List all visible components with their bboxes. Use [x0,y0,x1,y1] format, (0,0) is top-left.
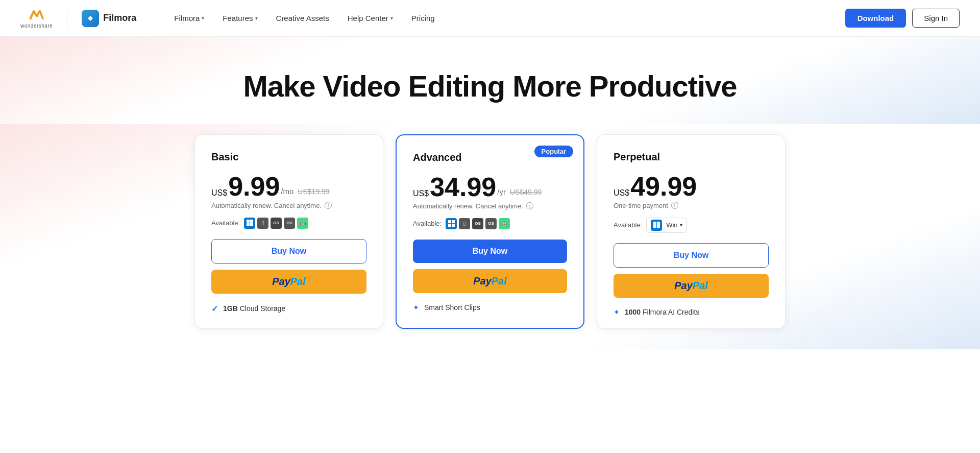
platform-mac-adv-icon:  [459,218,470,229]
feature-row-basic-cloud: ✓ 1GB Cloud Storage [211,304,366,314]
price-original-basic: US$19.99 [298,187,329,200]
brand-logo[interactable]: wondershare Filmora [20,8,136,29]
platform-win-adv-icon [446,218,457,229]
diamond-icon-advanced: ✦ [413,303,419,312]
price-currency-perpetual: US$ [614,188,629,198]
available-row-basic: Available:  OS OS 🤖 [211,218,366,229]
pricing-card-advanced: Popular Advanced US$ 34.99 /yr US$49.99 … [396,134,584,329]
popular-badge: Popular [534,146,573,157]
buy-now-button-basic[interactable]: Buy Now [211,239,366,264]
platform-ios-icon: OS [271,218,282,229]
price-note-basic: Automatically renew. Cancel anytime. i [211,202,366,209]
paypal-text-advanced: PayPal [473,275,507,287]
feature-text-perpetual: 1000 Filmora AI Credits [625,308,699,316]
nav-item-filmora[interactable]: Filmora ▾ [167,10,211,27]
price-currency-advanced: US$ [413,189,429,198]
platform-mac-icon:  [257,218,268,229]
pricing-section: Basic US$ 9.99 /mo US$19.99 Automaticall… [0,124,980,349]
feature-row-advanced-clips: ✦ Smart Short Clips [413,303,567,312]
navbar: wondershare Filmora Filmora ▾ Features ▾… [0,0,980,37]
svg-rect-9 [653,222,656,225]
price-row-perpetual: US$ 49.99 [614,173,769,200]
nav-item-features[interactable]: Features ▾ [215,10,264,27]
wondershare-logo: wondershare [20,8,53,29]
features-chevron-icon: ▾ [255,15,258,21]
price-note-perpetual: One-time payment i [614,202,769,209]
svg-rect-2 [250,220,253,223]
platform-ios-adv-icon: OS [472,218,483,229]
platform-android-adv-icon: 🤖 [499,218,510,229]
info-icon-perpetual[interactable]: i [671,202,678,209]
nav-item-creative-assets[interactable]: Creative Assets [269,10,336,27]
price-amount-basic: 9.99 [228,173,280,200]
buy-now-button-advanced[interactable]: Buy Now [413,240,567,263]
paypal-button-advanced[interactable]: PayPal [413,269,567,293]
diamond-icon-perpetual: ✦ [614,308,620,316]
svg-rect-6 [452,220,455,223]
price-amount-perpetual: 49.99 [630,173,697,200]
platform-win-perp-icon [651,220,662,231]
price-row-basic: US$ 9.99 /mo US$19.99 [211,173,366,200]
svg-rect-4 [250,223,253,226]
paypal-button-perpetual[interactable]: PayPal [614,274,769,298]
paypal-text-basic: PayPal [272,276,306,288]
filmora-brand: Filmora [82,10,136,27]
price-note-advanced: Automatically renew. Cancel anytime. i [413,202,567,210]
pricing-card-perpetual: Perpetual US$ 49.99 One-time payment i A… [597,134,786,329]
nav-item-help-center[interactable]: Help Center ▾ [340,10,400,27]
price-original-advanced: US$49.99 [510,188,542,200]
svg-rect-10 [657,222,660,225]
platform-win-icon [244,218,255,229]
available-row-advanced: Available:  OS OS 🤖 [413,218,567,229]
filmora-brand-name: Filmora [103,13,136,23]
nav-links: Filmora ▾ Features ▾ Creative Assets Hel… [167,10,845,27]
buy-now-button-perpetual[interactable]: Buy Now [614,243,769,268]
win-dropdown-chevron-icon: ▾ [680,222,682,228]
svg-rect-8 [452,224,455,227]
signin-button[interactable]: Sign In [912,9,960,28]
info-icon-advanced[interactable]: i [526,202,533,209]
paypal-text-perpetual: PayPal [674,280,708,292]
platform-mac2-adv-icon: OS [485,218,497,229]
platform-mac2-icon: OS [284,218,295,229]
svg-rect-3 [247,223,250,226]
price-currency-basic: US$ [211,188,227,198]
plan-name-basic: Basic [211,151,366,163]
hero-section: Make Video Editing More Productive [0,37,980,124]
pricing-card-basic: Basic US$ 9.99 /mo US$19.99 Automaticall… [194,134,383,329]
svg-rect-7 [448,224,451,227]
paypal-button-basic[interactable]: PayPal [211,270,366,294]
feature-text-basic: 1GB Cloud Storage [223,304,285,313]
nav-right: Download Sign In [845,9,960,28]
nav-item-pricing[interactable]: Pricing [404,10,442,27]
price-period-basic: /mo [281,187,293,200]
svg-rect-1 [247,220,250,223]
platform-icons-basic:  OS OS 🤖 [244,218,308,229]
svg-rect-5 [448,220,451,223]
price-period-advanced: /yr [497,187,506,200]
download-button[interactable]: Download [845,9,906,28]
platform-android-icon: 🤖 [297,218,308,229]
feature-row-perpetual-ai: ✦ 1000 Filmora AI Credits [614,308,769,316]
available-row-perpetual: Available: Win ▾ [614,218,769,233]
feature-text-advanced: Smart Short Clips [424,303,480,312]
filmora-icon [82,10,99,27]
svg-rect-0 [89,17,92,20]
wondershare-text: wondershare [20,23,53,29]
svg-rect-11 [653,225,656,228]
price-amount-advanced: 34.99 [430,174,496,200]
platform-icons-advanced:  OS OS 🤖 [446,218,510,229]
price-row-advanced: US$ 34.99 /yr US$49.99 [413,174,567,200]
platform-win-dropdown[interactable]: Win ▾ [646,218,687,233]
info-icon-basic[interactable]: i [325,202,332,209]
brand-divider [67,9,67,28]
plan-name-perpetual: Perpetual [614,151,769,163]
svg-rect-12 [657,225,660,228]
hero-title: Make Video Editing More Productive [10,69,970,104]
filmora-chevron-icon: ▾ [202,15,204,21]
help-chevron-icon: ▾ [390,15,393,21]
check-icon-basic: ✓ [211,304,218,314]
